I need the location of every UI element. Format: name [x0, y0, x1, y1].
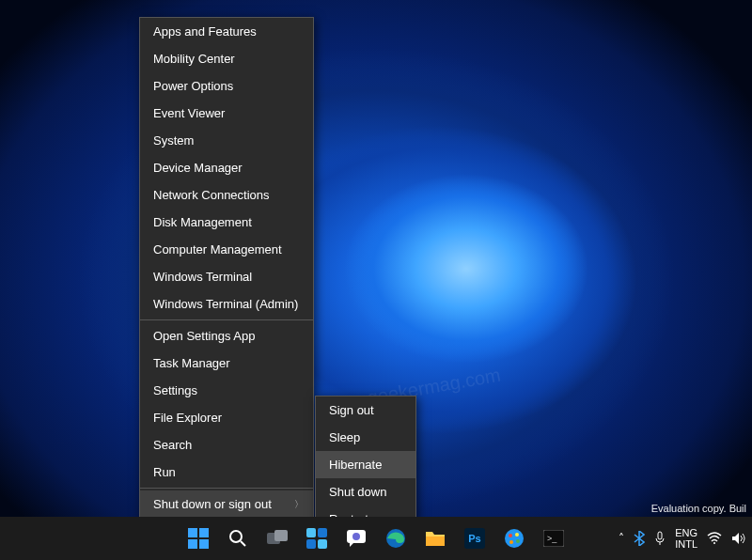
terminal-button[interactable]: >_ — [536, 521, 572, 556]
menu-item-device-manager[interactable]: Device Manager — [140, 154, 313, 181]
svg-rect-9 — [318, 528, 327, 537]
svg-line-5 — [241, 541, 245, 546]
svg-point-4 — [230, 531, 242, 542]
volume-icon[interactable] — [731, 532, 746, 545]
menu-item-apps-and-features[interactable]: Apps and Features — [140, 18, 313, 45]
svg-rect-25 — [658, 532, 662, 539]
taskbar-center: Ps >_ — [180, 517, 572, 560]
taskbar: Ps >_ ˄ — [0, 517, 752, 560]
menu-item-mobility-center[interactable]: Mobility Center — [140, 45, 313, 72]
menu-item-disk-management[interactable]: Disk Management — [140, 209, 313, 236]
svg-rect-1 — [199, 528, 209, 537]
photoshop-icon: Ps — [464, 528, 485, 549]
evaluation-watermark: Evaluation copy. Buil — [651, 503, 746, 515]
shutdown-submenu: Sign out Sleep Hibernate Shut down Resta… — [315, 396, 416, 534]
edge-icon — [385, 528, 406, 549]
windows-logo-icon — [188, 528, 209, 549]
svg-text:Ps: Ps — [468, 533, 480, 544]
widgets-icon — [306, 528, 327, 549]
svg-text:>_: >_ — [547, 534, 557, 543]
submenu-item-hibernate[interactable]: Hibernate — [316, 451, 415, 478]
svg-rect-8 — [306, 528, 316, 537]
menu-item-windows-terminal-admin[interactable]: Windows Terminal (Admin) — [140, 290, 313, 318]
menu-item-event-viewer[interactable]: Event Viewer — [140, 100, 313, 127]
task-view-button[interactable] — [259, 521, 295, 556]
start-button[interactable] — [180, 521, 216, 556]
menu-item-power-options[interactable]: Power Options — [140, 72, 313, 100]
search-button[interactable] — [220, 521, 256, 556]
task-view-icon — [267, 530, 288, 547]
terminal-icon: >_ — [543, 530, 564, 547]
folder-icon — [425, 529, 446, 548]
submenu-item-sleep[interactable]: Sleep — [316, 424, 415, 451]
menu-item-task-manager[interactable]: Task Manager — [140, 350, 313, 377]
microphone-icon[interactable] — [654, 531, 666, 546]
widgets-button[interactable] — [299, 521, 335, 556]
menu-item-system[interactable]: System — [140, 127, 313, 154]
chevron-right-icon: 〉 — [294, 498, 304, 511]
language-indicator[interactable]: ENGINTL — [675, 527, 697, 550]
svg-point-13 — [352, 533, 360, 540]
menu-item-shut-down-or-sign-out[interactable]: Shut down or sign out 〉 — [140, 490, 313, 518]
desktop[interactable]: geekermag.com Evaluation copy. Buil Apps… — [0, 0, 752, 560]
wifi-icon[interactable] — [707, 532, 722, 545]
menu-item-file-explorer[interactable]: File Explorer — [140, 404, 313, 431]
menu-item-network-connections[interactable]: Network Connections — [140, 181, 313, 209]
svg-rect-10 — [306, 539, 316, 549]
file-explorer-button[interactable] — [417, 521, 453, 556]
svg-rect-0 — [188, 528, 197, 537]
svg-rect-7 — [274, 530, 288, 541]
winx-menu: Apps and Features Mobility Center Power … — [139, 17, 314, 551]
svg-rect-15 — [426, 537, 445, 546]
menu-item-computer-management[interactable]: Computer Management — [140, 236, 313, 263]
submenu-item-shut-down[interactable]: Shut down — [316, 478, 415, 506]
svg-point-26 — [713, 542, 715, 544]
paint-icon — [504, 528, 525, 549]
menu-item-search[interactable]: Search — [140, 431, 313, 459]
edge-button[interactable] — [378, 521, 414, 556]
svg-point-19 — [509, 534, 512, 537]
chat-button[interactable] — [338, 521, 374, 556]
photoshop-button[interactable]: Ps — [457, 521, 493, 556]
svg-rect-2 — [188, 539, 197, 549]
svg-rect-3 — [199, 539, 209, 549]
system-tray: ˄ ENGINTL — [619, 517, 746, 560]
search-icon — [228, 529, 247, 548]
paint-button[interactable] — [496, 521, 532, 556]
menu-item-run[interactable]: Run — [140, 459, 313, 486]
menu-separator — [140, 488, 313, 489]
submenu-item-sign-out[interactable]: Sign out — [316, 397, 415, 424]
menu-item-settings[interactable]: Settings — [140, 377, 313, 404]
menu-item-windows-terminal[interactable]: Windows Terminal — [140, 263, 313, 290]
menu-item-open-settings-app[interactable]: Open Settings App — [140, 322, 313, 350]
tray-overflow-button[interactable]: ˄ — [619, 532, 624, 545]
svg-point-20 — [515, 533, 519, 537]
svg-rect-11 — [318, 539, 327, 549]
svg-point-18 — [505, 529, 524, 548]
menu-separator — [140, 319, 313, 320]
svg-point-21 — [516, 539, 520, 543]
chat-icon — [346, 528, 367, 549]
bluetooth-icon[interactable] — [634, 531, 645, 546]
svg-point-22 — [509, 540, 513, 544]
